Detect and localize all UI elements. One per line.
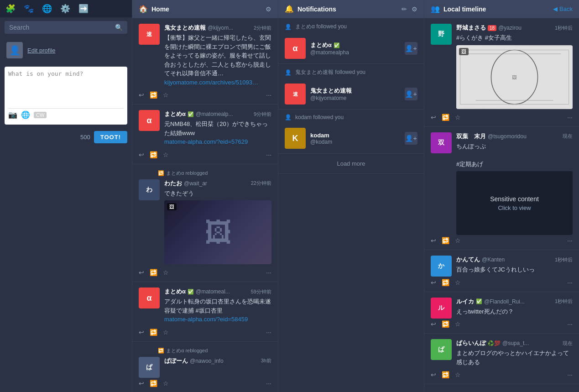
puzzle-icon[interactable]: 🧩	[5, 4, 16, 14]
reblog-button[interactable]: 🔁	[442, 371, 449, 378]
post-link[interactable]: kijyomatome.com/archives/51093…	[164, 79, 258, 86]
post-body: まとめα ✅ @matomealp... 9分钟前 元NMB48、松田栞（20）…	[164, 110, 271, 149]
more-button[interactable]: ···	[266, 151, 271, 158]
home-feed[interactable]: 速 鬼女まとめ速報 @kijyom... 2分钟前 【衝撃】嫁父と一緒に帰宅した…	[132, 18, 278, 392]
post-avatar[interactable]: か	[431, 256, 452, 277]
notif-avatar[interactable]: K	[285, 128, 306, 149]
reblog-button[interactable]: 🔁	[150, 91, 157, 99]
load-more-button[interactable]: Load more	[278, 154, 424, 174]
reply-button[interactable]: ↩	[139, 151, 144, 158]
reply-button[interactable]: ↩	[139, 380, 144, 387]
edit-profile-link[interactable]: Edit profile	[27, 47, 55, 54]
reply-button[interactable]: ↩	[431, 237, 436, 244]
follow-back-button[interactable]: 👤+	[405, 42, 417, 55]
reply-button[interactable]: ↩	[431, 320, 436, 328]
post-avatar[interactable]: α	[139, 110, 160, 131]
favorite-button[interactable]: ☆	[163, 151, 169, 158]
post-avatar[interactable]: ル	[431, 298, 452, 319]
post-avatar[interactable]: ぱ	[431, 339, 452, 360]
favorite-button[interactable]: ☆	[163, 380, 169, 387]
notif-avatar[interactable]: α	[285, 38, 306, 59]
post-content: ちんぽっぷ#定期あげ	[456, 142, 573, 169]
follow-back-button[interactable]: 👤+	[405, 132, 417, 145]
post-header: まとめα ✅ @matomeal... 59分钟前	[164, 287, 271, 296]
favorite-button[interactable]: ☆	[455, 279, 461, 286]
post-avatar[interactable]: 野	[431, 24, 452, 45]
post-header: 双葉 末月 @tsugomoridou 現在	[456, 132, 573, 141]
post-avatar[interactable]: 双	[431, 132, 452, 153]
reblog-button[interactable]: 🔁	[150, 380, 157, 387]
favorite-button[interactable]: ☆	[455, 371, 461, 378]
post-image[interactable]: 🖼 🖼	[164, 200, 271, 264]
reblog-button[interactable]: 🔁	[442, 320, 449, 328]
favorite-button[interactable]: ☆	[455, 237, 461, 244]
post-avatar[interactable]: α	[139, 287, 160, 308]
cw-button[interactable]: CW	[34, 112, 47, 118]
reblog-button[interactable]: 🔁	[150, 151, 157, 158]
reblog-button[interactable]: 🔁	[442, 114, 449, 121]
more-button[interactable]: ···	[266, 329, 271, 336]
reblog-button[interactable]: 🔁	[442, 279, 449, 286]
post-main: か かんてん @Kanten 1秒钟后 百合っ娘多くてJCうれしいっ	[431, 256, 573, 277]
more-button[interactable]: ···	[266, 380, 271, 387]
post-link[interactable]: matome-alpha.com/?eid=58459	[164, 316, 248, 323]
reply-button[interactable]: ↩	[431, 114, 436, 121]
sensitive-content-overlay[interactable]: Sensitive content Click to view	[456, 171, 573, 235]
notifications-column: 🔔 Notifications ✏ ⚙ 👤 まとめα followed you …	[278, 0, 424, 392]
more-button[interactable]: ···	[567, 371, 573, 378]
notification-item: 速 鬼女まとめ速報 @kijyomatome 👤+	[278, 79, 424, 110]
verified-badge: ✅	[188, 111, 194, 117]
post-avatar[interactable]: わ	[139, 179, 160, 200]
reblog-button[interactable]: 🔁	[150, 329, 157, 336]
reply-button[interactable]: ↩	[431, 371, 436, 378]
notifications-settings-icon[interactable]: ⚙	[412, 5, 417, 13]
more-button[interactable]: ···	[266, 269, 271, 276]
post-main: 野 野城まさる 18 @yazirou 1秒钟后 #らくがき #女子高生	[431, 24, 573, 112]
compose-textarea[interactable]	[8, 70, 124, 107]
post-header: まとめα ✅ @matomealp... 9分钟前	[164, 110, 271, 118]
reply-button[interactable]: ↩	[139, 91, 144, 99]
reply-button[interactable]: ↩	[139, 269, 144, 276]
reblog-button[interactable]: 🔁	[150, 269, 157, 276]
notif-avatar[interactable]: 速	[285, 84, 306, 105]
follow-icon: 👤	[285, 24, 292, 30]
post-avatar[interactable]: 速	[139, 24, 160, 45]
search-input[interactable]	[9, 24, 115, 31]
more-button[interactable]: ···	[567, 237, 573, 244]
gear-icon[interactable]: ⚙️	[60, 4, 70, 14]
back-button[interactable]: ◀ Back	[553, 5, 573, 12]
logout-icon[interactable]: ➡️	[78, 4, 89, 14]
post-avatar[interactable]: ぱ	[139, 357, 160, 378]
post-image[interactable]: 🖼 🖼	[456, 45, 573, 109]
camera-icon[interactable]: 📷	[8, 110, 17, 119]
globe-icon[interactable]: 🌐	[42, 4, 52, 14]
home-title: Home	[151, 5, 262, 13]
post-username: @supa_t...	[502, 340, 561, 346]
follow-back-button[interactable]: 👤+	[405, 88, 417, 100]
reblog-button[interactable]: 🔁	[442, 237, 449, 244]
reblog-notice: 🔁まとめα reblogged	[139, 170, 271, 177]
local-timeline-feed[interactable]: 野 野城まさる 18 @yazirou 1秒钟后 #らくがき #女子高生	[424, 18, 579, 392]
post-username: @kijyom...	[208, 25, 252, 31]
notifications-feed[interactable]: 👤 まとめα followed you α まとめα ✅ @matomealph…	[278, 18, 424, 392]
reply-button[interactable]: ↩	[431, 279, 436, 286]
post-time: 1秒钟后	[555, 298, 573, 305]
favorite-button[interactable]: ☆	[163, 91, 169, 99]
favorite-button[interactable]: ☆	[163, 269, 169, 276]
globe-compose-icon[interactable]: 🌐	[21, 110, 30, 119]
favorite-button[interactable]: ☆	[455, 320, 461, 328]
home-settings-icon[interactable]: ⚙	[266, 5, 271, 13]
notifications-filter-icon[interactable]: ✏	[402, 5, 407, 13]
more-button[interactable]: ···	[266, 91, 271, 99]
reply-button[interactable]: ↩	[139, 329, 144, 336]
more-button[interactable]: ···	[567, 320, 573, 328]
post-time: 3h前	[261, 357, 271, 364]
more-button[interactable]: ···	[567, 279, 573, 286]
favorite-button[interactable]: ☆	[455, 114, 461, 121]
more-button[interactable]: ···	[567, 114, 573, 121]
favorite-button[interactable]: ☆	[163, 329, 169, 336]
post-item: 速 鬼女まとめ速報 @kijyom... 2分钟前 【衝撃】嫁父と一緒に帰宅した…	[132, 18, 278, 105]
post-link[interactable]: matome-alpha.com/?eid=57629	[164, 138, 248, 145]
toot-button[interactable]: TOOT!	[94, 131, 127, 143]
paw-icon[interactable]: 🐾	[24, 4, 34, 14]
